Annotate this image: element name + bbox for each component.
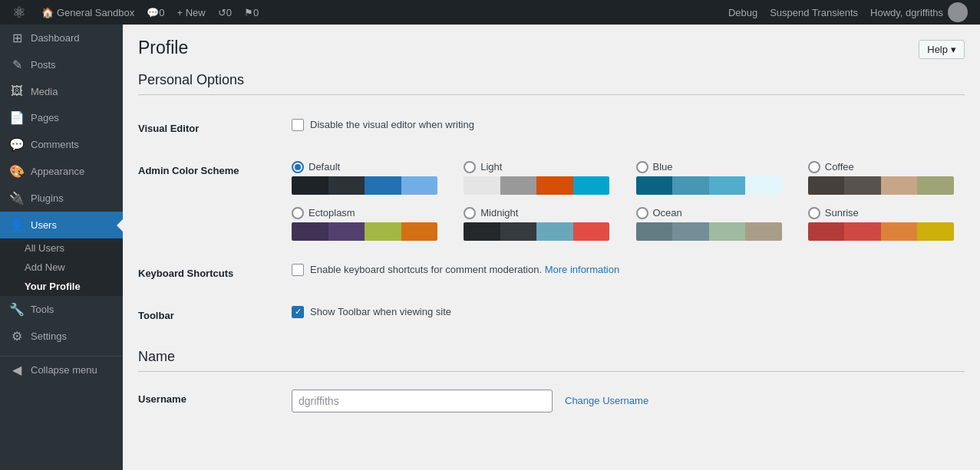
page-title: Profile [138,37,965,60]
debug-link[interactable]: Debug [722,0,764,25]
sidebar-item-all-users[interactable]: All Users [0,238,123,258]
users-submenu: All Users Add New Your Profile [0,238,123,296]
users-arrow [117,219,123,232]
sidebar-item-dashboard[interactable]: ⊞ Dashboard [0,25,123,51]
new-content[interactable]: + New [170,0,211,25]
site-name[interactable]: 🏠 General Sandbox [35,0,140,25]
toolbar-label: Toolbar [138,294,292,337]
coffee-swatch [808,176,954,195]
collapse-menu-button[interactable]: ◀ Collapse menu [0,357,123,383]
ectoplasm-radio[interactable] [292,207,304,219]
color-scheme-light[interactable]: Light [464,161,620,195]
howdy-user[interactable]: Howdy, dgriffiths [864,0,974,25]
visual-editor-field[interactable]: Disable the visual editor when writing [292,119,965,131]
sidebar-item-comments[interactable]: 💬 Comments [0,131,123,158]
ocean-swatch [636,222,782,241]
color-scheme-midnight[interactable]: Midnight [464,207,620,241]
users-icon: 👤 [9,218,25,232]
toolbar-field[interactable]: ✓ Show Toolbar when viewing site [292,306,965,318]
color-scheme-ectoplasm[interactable]: Ectoplasm [292,207,448,241]
sunrise-swatch [808,222,954,241]
sidebar-item-your-profile[interactable]: Your Profile [0,277,123,296]
keyboard-shortcuts-more-info[interactable]: More information [545,264,620,275]
sidebar-item-tools[interactable]: 🔧 Tools [0,296,123,323]
personal-options-title: Personal Options [138,72,965,95]
midnight-radio[interactable] [464,207,476,219]
name-section-title: Name [138,349,965,372]
wp-logo[interactable]: ⚛ [6,0,32,25]
help-arrow-icon: ▾ [951,44,956,55]
suspend-transients[interactable]: Suspend Transients [764,0,864,25]
main-content: Help ▾ Profile Personal Options Visual E… [123,25,980,470]
default-radio[interactable] [292,161,304,173]
change-username-link[interactable]: Change Username [565,395,648,406]
midnight-swatch [464,222,609,241]
collapse-icon: ◀ [9,363,25,377]
sunrise-radio[interactable] [808,207,820,219]
sidebar-item-appearance[interactable]: 🎨 Appearance [0,158,123,185]
ocean-radio[interactable] [636,207,648,219]
sidebar-item-posts[interactable]: ✎ Posts [0,51,123,78]
keyboard-shortcuts-label: Keyboard Shortcuts [138,252,292,294]
settings-icon: ⚙ [9,329,25,343]
toolbar-checkbox[interactable]: ✓ [292,306,304,318]
tools-icon: 🔧 [9,302,25,317]
username-row: Change Username [292,389,965,412]
color-scheme-default[interactable]: Default [292,161,448,195]
posts-icon: ✎ [9,58,25,72]
name-table: Username Change Username [138,378,965,424]
sidebar: ⊞ Dashboard ✎ Posts 🖼 Media 📄 Pages 💬 Co… [0,25,123,470]
plugins-icon: 🔌 [9,191,25,205]
blue-radio[interactable] [636,161,648,173]
light-radio[interactable] [464,161,476,173]
help-button[interactable]: Help ▾ [919,40,965,59]
coffee-radio[interactable] [808,161,820,173]
flag-count[interactable]: ⚑ 0 [238,0,265,25]
color-scheme-grid: Default [292,161,965,241]
keyboard-shortcuts-field[interactable]: Enable keyboard shortcuts for comment mo… [292,264,965,276]
comments-icon: 💬 [9,137,25,152]
username-input[interactable] [292,389,553,412]
dashboard-icon: ⊞ [9,31,25,45]
sidebar-item-settings[interactable]: ⚙ Settings [0,323,123,350]
keyboard-shortcuts-checkbox[interactable] [292,264,304,276]
site-icon: 🏠 [41,7,54,18]
color-scheme-label: Admin Color Scheme [138,150,292,252]
default-swatch [292,176,437,195]
appearance-icon: 🎨 [9,164,25,179]
flag-icon: ⚑ [244,7,253,18]
avatar [948,2,968,22]
sidebar-item-media[interactable]: 🖼 Media [0,78,123,104]
ectoplasm-swatch [292,222,437,241]
visual-editor-checkbox[interactable] [292,119,304,131]
color-scheme-coffee[interactable]: Coffee [808,161,965,195]
username-label: Username [138,378,292,424]
pages-icon: 📄 [9,110,25,125]
color-scheme-ocean[interactable]: Ocean [636,207,793,241]
media-icon: 🖼 [9,84,25,98]
blue-swatch [636,176,782,195]
visual-editor-label: Visual Editor [138,107,292,150]
refresh-icon: ↺ [218,7,226,18]
comments-count[interactable]: 💬 0 [140,0,170,25]
sidebar-item-users[interactable]: 👤 Users [0,212,123,238]
comment-icon: 💬 [147,7,159,18]
sidebar-item-plugins[interactable]: 🔌 Plugins [0,185,123,212]
light-swatch [464,176,609,195]
personal-options-table: Visual Editor Disable the visual editor … [138,107,965,337]
color-scheme-blue[interactable]: Blue [636,161,793,195]
admin-bar: ⚛ 🏠 General Sandbox 💬 0 + New ↺ 0 ⚑ 0 De… [0,0,980,25]
color-scheme-sunrise[interactable]: Sunrise [808,207,965,241]
sidebar-item-pages[interactable]: 📄 Pages [0,104,123,131]
updates[interactable]: ↺ 0 [212,0,238,25]
sidebar-item-add-new[interactable]: Add New [0,258,123,277]
